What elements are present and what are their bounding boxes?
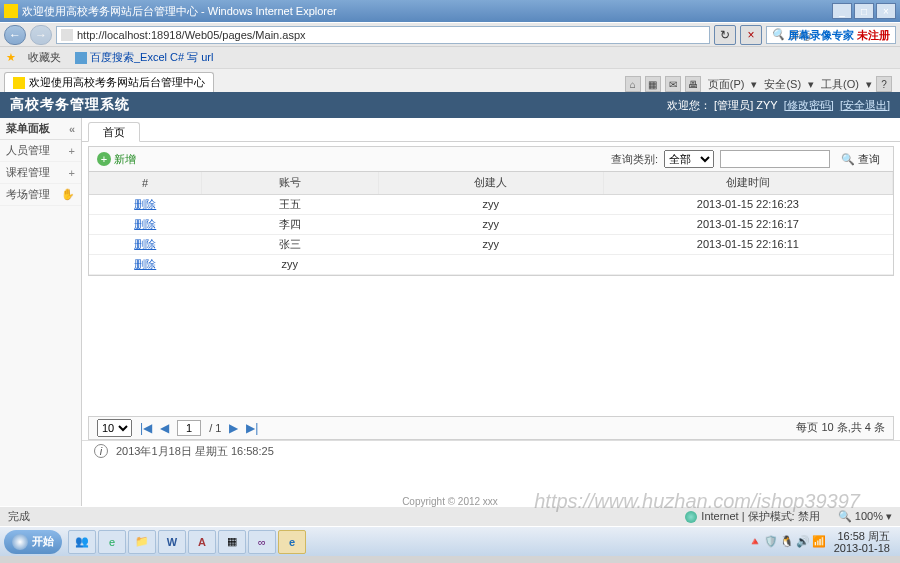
table-row: 删除zyy [89,254,893,274]
prev-page-button[interactable]: ◀ [160,421,169,435]
minimize-button[interactable]: _ [832,3,852,19]
stop-button[interactable]: × [740,25,762,45]
main-tab-label: 首页 [103,125,125,140]
favorites-label[interactable]: 收藏夹 [28,50,61,65]
favorites-bar: ★ 收藏夹 百度搜索_Excel C# 写 url [0,46,900,68]
copyright-text: Copyright © 2012 xxx [0,496,900,507]
tray-icon[interactable]: 🛡️ [764,535,778,548]
search-button[interactable]: 🔍 查询 [836,152,885,167]
favorite-favicon [75,52,87,64]
taskbar-access[interactable]: A [188,530,216,554]
info-icon: i [94,444,108,458]
data-grid: # 账号 创建人 创建时间 删除王五zyy2013-01-15 22:16:23… [88,172,894,276]
search-input[interactable] [720,150,830,168]
system-tray: 🔺 🛡️ 🐧 🔊 📶 16:58 周五 2013-01-18 [748,530,896,554]
sidebar-item-label: 课程管理 [6,165,50,180]
taskbar-app-6[interactable]: ▦ [218,530,246,554]
app-userinfo: 欢迎您： [管理员] ZYY [修改密码] [安全退出] [667,98,890,113]
maximize-button[interactable]: □ [854,3,874,19]
page-size-select[interactable]: 10 [97,419,132,437]
back-button[interactable]: ← [4,25,26,45]
col-action: # [89,172,201,194]
start-label: 开始 [32,534,54,549]
sidebar: 菜单面板 « 人员管理 + 课程管理 + 考场管理 ✋ [0,118,82,506]
footer-datetime: 2013年1月18日 星期五 16:58:25 [116,444,274,459]
next-page-button[interactable]: ▶ [229,421,238,435]
col-creator: 创建人 [378,172,603,194]
sidebar-item-examroom[interactable]: 考场管理 ✋ [0,184,81,206]
refresh-button[interactable]: ↻ [714,25,736,45]
col-created: 创建时间 [603,172,892,194]
favorite-item[interactable]: 百度搜索_Excel C# 写 url [75,50,213,65]
delete-link[interactable]: 删除 [134,198,156,210]
recorder-watermark: 屏幕录像专家 未注册 [788,26,890,43]
menu-safety[interactable]: 安全(S) [761,77,804,92]
sidebar-item-people[interactable]: 人员管理 + [0,140,81,162]
tray-icon[interactable]: 🔺 [748,535,762,548]
ie-status-bar: 完成 Internet | 保护模式: 禁用 🔍 100% ▾ [0,506,900,526]
sidebar-item-label: 考场管理 [6,187,50,202]
collapse-icon[interactable]: « [69,123,75,135]
close-button[interactable]: × [876,3,896,19]
last-page-button[interactable]: ▶| [246,421,258,435]
taskbar-app-3[interactable]: 📁 [128,530,156,554]
star-icon[interactable]: ★ [6,51,20,65]
print-icon[interactable]: 🖶 [685,76,701,92]
delete-link[interactable]: 删除 [134,218,156,230]
taskbar-app-2[interactable]: e [98,530,126,554]
cell-account: 李四 [201,214,378,234]
expand-icon: + [69,167,75,179]
page-icon [61,29,73,41]
cell-account: 王五 [201,194,378,214]
pager-summary: 每页 10 条,共 4 条 [796,420,885,435]
url-text: http://localhost:18918/Web05/pages/Main.… [77,29,306,41]
tray-icon[interactable]: 🔊 [796,535,810,548]
plus-icon: + [97,152,111,166]
search-icon: 🔍 [771,28,785,41]
app-title: 高校考务管理系统 [10,96,130,114]
delete-link[interactable]: 删除 [134,258,156,270]
browser-tab[interactable]: 欢迎使用高校考务网站后台管理中心 [4,72,214,92]
taskbar-app-1[interactable]: 👥 [68,530,96,554]
tray-icon[interactable]: 🐧 [780,535,794,548]
window-titlebar: 欢迎使用高校考务网站后台管理中心 - Windows Internet Expl… [0,0,900,22]
cell-time: 2013-01-15 22:16:11 [603,234,892,254]
sidebar-item-label: 人员管理 [6,143,50,158]
taskbar-clock[interactable]: 16:58 周五 2013-01-18 [828,530,896,554]
globe-icon [685,511,697,523]
logout-link[interactable]: [安全退出] [840,99,890,111]
page-number-input[interactable] [177,420,201,436]
tab-favicon [13,77,25,89]
feeds-icon[interactable]: ▦ [645,76,661,92]
start-button[interactable]: 开始 [4,530,62,554]
taskbar: 开始 👥 e 📁 W A ▦ ∞ e 🔺 🛡️ 🐧 🔊 📶 16:58 周五 2… [0,526,900,556]
zoom-control[interactable]: 🔍 100% ▾ [838,510,892,523]
sidebar-item-course[interactable]: 课程管理 + [0,162,81,184]
pager: 10 |◀ ◀ / 1 ▶ ▶| 每页 10 条,共 4 条 [88,416,894,440]
tray-icon[interactable]: 📶 [812,535,826,548]
url-input[interactable]: http://localhost:18918/Web05/pages/Main.… [56,26,710,44]
total-pages: / 1 [209,422,221,434]
app-container: 高校考务管理系统 欢迎您： [管理员] ZYY [修改密码] [安全退出] 菜单… [0,92,900,506]
change-password-link[interactable]: [修改密码] [784,99,834,111]
security-zone[interactable]: Internet | 保护模式: 禁用 [685,509,819,524]
hand-cursor-icon: ✋ [61,188,75,201]
delete-link[interactable]: 删除 [134,238,156,250]
menu-page[interactable]: 页面(P) [705,77,748,92]
first-page-button[interactable]: |◀ [140,421,152,435]
main-tab-home[interactable]: 首页 [88,122,140,142]
search-type-select[interactable]: 全部 [664,150,714,168]
help-icon[interactable]: ? [876,76,892,92]
col-account: 账号 [201,172,378,194]
taskbar-word[interactable]: W [158,530,186,554]
taskbar-vs[interactable]: ∞ [248,530,276,554]
windows-orb-icon [12,534,28,550]
add-button[interactable]: + 新增 [97,152,136,167]
menu-tools[interactable]: 工具(O) [818,77,862,92]
taskbar-ie[interactable]: e [278,530,306,554]
table-row: 删除李四zyy2013-01-15 22:16:17 [89,214,893,234]
mail-icon[interactable]: ✉ [665,76,681,92]
search-type-label: 查询类别: [611,152,658,167]
forward-button[interactable]: → [30,25,52,45]
home-icon[interactable]: ⌂ [625,76,641,92]
